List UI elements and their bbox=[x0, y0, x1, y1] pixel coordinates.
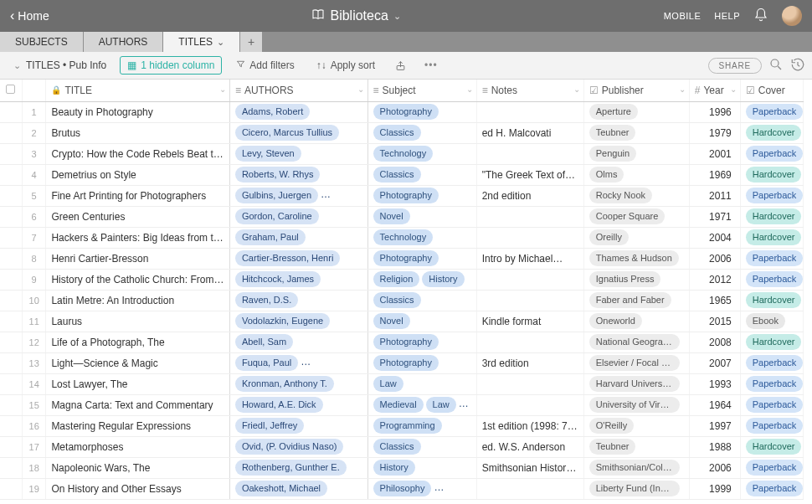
table-row[interactable]: 14Lost Lawyer, TheKronman, Anthony T.Law… bbox=[0, 373, 804, 394]
cell-title[interactable]: Magna Carta: Text and Commentary bbox=[46, 394, 230, 415]
apply-sort-button[interactable]: ↑↓ Apply sort bbox=[309, 56, 383, 75]
col-subject[interactable]: ≡Subject⌄ bbox=[367, 80, 476, 101]
cell-authors[interactable]: Abell, Sam bbox=[229, 332, 367, 352]
share-button[interactable]: SHARE bbox=[708, 58, 762, 74]
more-options-button[interactable]: ••• bbox=[419, 55, 444, 75]
cell-title[interactable]: Fine Art Printing for Photographers bbox=[46, 185, 230, 206]
cell-notes[interactable] bbox=[476, 206, 583, 227]
cell-notes[interactable] bbox=[476, 269, 583, 290]
cell-authors[interactable]: Cicero, Marcus Tullius bbox=[229, 122, 367, 143]
cell-title[interactable]: Napoleonic Wars, The bbox=[46, 457, 230, 478]
row-checkbox-cell[interactable] bbox=[0, 185, 22, 206]
cell-subject[interactable]: Technology bbox=[367, 143, 476, 164]
subject-tag[interactable]: Technology bbox=[373, 229, 434, 245]
mobile-link[interactable]: MOBILE bbox=[664, 11, 702, 21]
publisher-tag[interactable]: Teubner bbox=[589, 125, 636, 141]
select-all-header[interactable] bbox=[0, 80, 22, 101]
add-filters-button[interactable]: Add filters bbox=[229, 56, 301, 75]
base-title[interactable]: Biblioteca ⌄ bbox=[49, 8, 664, 24]
cell-subject[interactable]: History bbox=[367, 457, 476, 478]
cell-subject[interactable]: Photography bbox=[367, 332, 476, 352]
notifications-icon[interactable] bbox=[753, 8, 768, 25]
author-tag[interactable]: Raven, D.S. bbox=[235, 292, 298, 308]
publisher-tag[interactable]: Rocky Nook bbox=[589, 188, 652, 203]
cell-cover[interactable]: Ebook bbox=[740, 311, 803, 332]
cell-authors[interactable]: Oakeshott, Michael bbox=[229, 478, 367, 499]
cell-year[interactable]: 2006 bbox=[689, 457, 740, 478]
author-tag[interactable]: Cicero, Marcus Tullius bbox=[235, 125, 339, 141]
publisher-tag[interactable]: Ignatius Press bbox=[589, 271, 661, 287]
cover-tag[interactable]: Hardcover bbox=[746, 125, 802, 141]
table-row[interactable]: 18Napoleonic Wars, TheRothenberg, Gunthe… bbox=[0, 457, 804, 478]
author-tag[interactable]: Friedl, Jeffrey bbox=[235, 418, 304, 434]
table-row[interactable]: 12Life of a Photograph, TheAbell, SamPho… bbox=[0, 332, 804, 352]
cell-cover[interactable]: Hardcover bbox=[740, 290, 803, 311]
grid-scroll[interactable]: 🔒TITLE⌄ ≡AUTHORS⌄ ≡Subject⌄ ≡Notes⌄ ☑Pub… bbox=[0, 80, 812, 504]
row-checkbox-cell[interactable] bbox=[0, 311, 22, 332]
cell-year[interactable]: 1993 bbox=[689, 373, 740, 394]
tab-subjects[interactable]: SUBJECTS bbox=[0, 32, 84, 52]
row-checkbox-cell[interactable] bbox=[0, 352, 22, 373]
publisher-tag[interactable]: Oneworld bbox=[589, 313, 642, 329]
cell-title[interactable]: Henri Cartier-Bresson bbox=[46, 248, 230, 269]
row-checkbox-cell[interactable] bbox=[0, 227, 22, 248]
subject-tag[interactable]: Classics bbox=[373, 292, 421, 308]
cell-year[interactable]: 2007 bbox=[689, 352, 740, 373]
author-tag[interactable]: Graham, Paul bbox=[235, 229, 306, 245]
view-switcher[interactable]: ⌄ TITLES • Pub Info bbox=[7, 58, 113, 73]
cover-tag[interactable]: Paperback bbox=[746, 188, 804, 203]
cover-tag[interactable]: Paperback bbox=[746, 271, 804, 287]
cell-authors[interactable]: Gordon, Caroline bbox=[229, 206, 367, 227]
table-row[interactable]: 15Magna Carta: Text and CommentaryHoward… bbox=[0, 394, 804, 415]
col-publisher[interactable]: ☑Publisher⌄ bbox=[583, 80, 689, 101]
cell-title[interactable]: Laurus bbox=[46, 311, 230, 332]
row-checkbox-cell[interactable] bbox=[0, 206, 22, 227]
author-tag[interactable]: Hitchcock, James bbox=[235, 271, 321, 287]
table-row[interactable]: 7Hackers & Painters: Big Ideas from the … bbox=[0, 227, 804, 248]
row-checkbox-cell[interactable] bbox=[0, 373, 22, 394]
subject-tag[interactable]: Photography bbox=[373, 250, 439, 266]
author-tag[interactable]: Gordon, Caroline bbox=[235, 208, 319, 224]
cell-notes[interactable] bbox=[476, 332, 583, 352]
cover-tag[interactable]: Paperback bbox=[746, 355, 804, 371]
cell-publisher[interactable]: University of Virginia bbox=[583, 394, 689, 415]
subject-tag[interactable]: Programming bbox=[373, 418, 442, 434]
cell-title[interactable]: Beauty in Photography bbox=[46, 101, 230, 122]
cell-title[interactable]: Hackers & Painters: Big Ideas from the C… bbox=[46, 227, 230, 248]
cover-tag[interactable]: Paperback bbox=[746, 397, 804, 413]
cell-year[interactable]: 1996 bbox=[689, 101, 740, 122]
cell-title[interactable]: Latin Metre: An Introduction bbox=[46, 290, 230, 311]
cell-cover[interactable]: Paperback bbox=[740, 185, 803, 206]
cover-tag[interactable]: Paperback bbox=[746, 460, 804, 476]
table-row[interactable]: 9History of the Catholic Church: From th… bbox=[0, 269, 804, 290]
publisher-tag[interactable]: Teubner bbox=[589, 439, 636, 455]
cover-tag[interactable]: Hardcover bbox=[746, 334, 802, 350]
table-row[interactable]: 6Green CenturiesGordon, CarolineNovelCoo… bbox=[0, 206, 804, 227]
table-row[interactable]: 1Beauty in PhotographyAdams, RobertPhoto… bbox=[0, 101, 804, 122]
cell-notes[interactable] bbox=[476, 101, 583, 122]
cell-cover[interactable]: Paperback bbox=[740, 143, 803, 164]
cell-publisher[interactable]: Cooper Square bbox=[583, 206, 689, 227]
cell-subject[interactable]: Classics bbox=[367, 436, 476, 457]
cell-title[interactable]: On History and Other Essays bbox=[46, 478, 230, 499]
col-authors[interactable]: ≡AUTHORS⌄ bbox=[229, 80, 367, 101]
cell-year[interactable]: 1999 bbox=[689, 478, 740, 499]
subject-tag[interactable]: Novel bbox=[373, 208, 410, 224]
subject-tag[interactable]: Classics bbox=[373, 439, 421, 455]
row-checkbox-cell[interactable] bbox=[0, 248, 22, 269]
cell-publisher[interactable]: Olms bbox=[583, 164, 689, 185]
cell-notes[interactable]: Intro by Michael… bbox=[476, 248, 583, 269]
table-row[interactable]: 19On History and Other EssaysOakeshott, … bbox=[0, 478, 804, 499]
subject-tag[interactable]: Photography bbox=[373, 188, 439, 203]
cell-subject[interactable]: Photography bbox=[367, 352, 476, 373]
cell-notes[interactable]: ed H. Malcovati bbox=[476, 122, 583, 143]
author-tag[interactable]: Gulbins, Juergen bbox=[235, 188, 318, 203]
cell-year[interactable]: 2012 bbox=[689, 269, 740, 290]
row-checkbox-cell[interactable] bbox=[0, 122, 22, 143]
cover-tag[interactable]: Paperback bbox=[746, 146, 804, 162]
row-checkbox-cell[interactable] bbox=[0, 457, 22, 478]
cell-publisher[interactable]: Smithsonian/Collins bbox=[583, 457, 689, 478]
cell-year[interactable]: 1964 bbox=[689, 394, 740, 415]
cell-cover[interactable]: Paperback bbox=[740, 373, 803, 394]
cell-year[interactable]: 2006 bbox=[689, 248, 740, 269]
